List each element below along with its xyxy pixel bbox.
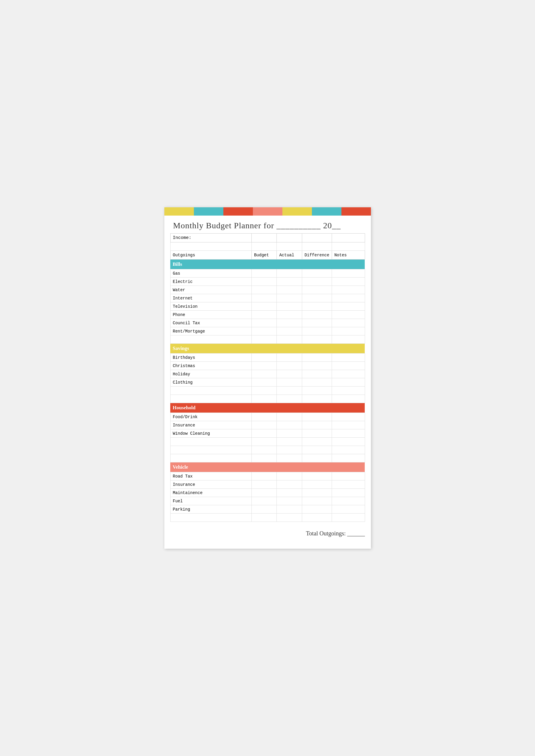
- table-row: Road Tax: [170, 472, 365, 480]
- item-phone: Phone: [170, 311, 251, 319]
- table-row: Maintainence: [170, 489, 365, 497]
- color-block-7: [341, 207, 371, 216]
- table-row: Internet: [170, 294, 365, 302]
- household-label: Household: [170, 403, 365, 413]
- vehicle-label: Vehicle: [170, 463, 365, 472]
- item-internet: Internet: [170, 294, 251, 302]
- table-row: Gas: [170, 269, 365, 278]
- item-clothing: Clothing: [170, 378, 251, 386]
- color-block-4: [253, 207, 282, 216]
- table-row: Insurance: [170, 480, 365, 489]
- main-content: Income: Outgoings Budget Actual Differen…: [164, 233, 371, 528]
- page-title: Monthly Budget Planner for __________ 20…: [173, 221, 362, 230]
- income-budget[interactable]: [251, 234, 276, 242]
- vehicle-empty-row: [170, 514, 365, 522]
- vehicle-header: Vehicle: [170, 463, 365, 472]
- savings-label: Savings: [170, 344, 365, 353]
- income-actual[interactable]: [277, 234, 302, 242]
- table-row: Birthdays: [170, 353, 365, 362]
- col-budget: Budget: [251, 251, 276, 259]
- col-actual: Actual: [277, 251, 302, 259]
- item-birthdays: Birthdays: [170, 353, 251, 362]
- item-television: Television: [170, 302, 251, 311]
- item-holiday: Holiday: [170, 370, 251, 378]
- savings-header: Savings: [170, 344, 365, 353]
- total-outgoings-row: Total Outgoings: ______: [164, 528, 371, 539]
- page: Monthly Budget Planner for __________ 20…: [164, 207, 371, 549]
- bills-empty-row: [170, 336, 365, 344]
- table-row: Parking: [170, 505, 365, 514]
- table-row: Council Tax: [170, 319, 365, 327]
- bills-label: Bills: [170, 259, 365, 269]
- income-row: Income:: [170, 234, 365, 242]
- item-christmas: Christmas: [170, 362, 251, 370]
- item-food-drink: Food/Drink: [170, 413, 251, 421]
- top-color-bar: [164, 207, 371, 216]
- household-empty-row-2: [170, 446, 365, 454]
- table-row: Water: [170, 286, 365, 294]
- item-fuel: Fuel: [170, 497, 251, 505]
- table-row: Window Cleaning: [170, 429, 365, 438]
- table-row: Holiday: [170, 370, 365, 378]
- title-area: Monthly Budget Planner for __________ 20…: [164, 216, 371, 233]
- item-electric: Electric: [170, 278, 251, 286]
- spacer-row-1: [170, 242, 365, 251]
- bottom-color-bar: [164, 540, 371, 549]
- item-maintainence: Maintainence: [170, 489, 251, 497]
- table-row: Fuel: [170, 497, 365, 505]
- col-notes: Notes: [332, 251, 365, 259]
- col-difference: Difference: [302, 251, 332, 259]
- item-council-tax: Council Tax: [170, 319, 251, 327]
- color-block-6: [312, 207, 341, 216]
- color-block-2: [194, 207, 223, 216]
- item-road-tax: Road Tax: [170, 472, 251, 480]
- table-row: Rent/Mortgage: [170, 327, 365, 336]
- table-row: Insurance: [170, 421, 365, 429]
- bills-header: Bills: [170, 259, 365, 269]
- color-block-1: [164, 207, 194, 216]
- income-diff[interactable]: [302, 234, 332, 242]
- savings-empty-row-2: [170, 395, 365, 403]
- table-row: Christmas: [170, 362, 365, 370]
- item-insurance-vehicle: Insurance: [170, 480, 251, 489]
- item-window-cleaning: Window Cleaning: [170, 429, 251, 438]
- item-parking: Parking: [170, 505, 251, 514]
- savings-empty-row-1: [170, 386, 365, 395]
- color-block-5: [282, 207, 312, 216]
- table-row: Phone: [170, 311, 365, 319]
- item-rent-mortgage: Rent/Mortgage: [170, 327, 251, 336]
- col-outgoings: Outgoings: [170, 251, 251, 259]
- color-block-3: [223, 207, 253, 216]
- budget-table: Income: Outgoings Budget Actual Differen…: [170, 233, 365, 522]
- household-header: Household: [170, 403, 365, 413]
- column-header-row: Outgoings Budget Actual Difference Notes: [170, 251, 365, 259]
- household-empty-row-1: [170, 438, 365, 446]
- table-row: Clothing: [170, 378, 365, 386]
- item-insurance-household: Insurance: [170, 421, 251, 429]
- income-label: Income:: [170, 234, 251, 242]
- household-empty-row-3: [170, 454, 365, 463]
- item-water: Water: [170, 286, 251, 294]
- income-notes[interactable]: [332, 234, 365, 242]
- table-row: Electric: [170, 278, 365, 286]
- total-outgoings-label: Total Outgoings: ______: [306, 530, 365, 537]
- item-gas: Gas: [170, 269, 251, 278]
- table-row: Food/Drink: [170, 413, 365, 421]
- table-row: Television: [170, 302, 365, 311]
